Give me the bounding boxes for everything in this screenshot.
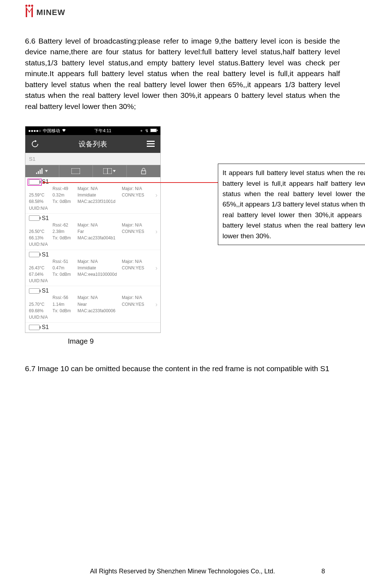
nav-bar: 设备列表: [25, 135, 160, 153]
refresh-icon[interactable]: [30, 139, 40, 149]
distance-value: 0.32m: [52, 192, 76, 198]
distance-value: 1.14m: [52, 302, 76, 307]
svg-point-0: [25, 5, 28, 7]
battery-pct: 69.68%: [29, 308, 51, 314]
image-caption: Image 9: [68, 337, 161, 345]
phone-screenshot: ●●●●○ 中国移动 下午4:11 ⚬ ↯: [25, 126, 161, 333]
distance-value: 0.47m: [52, 265, 76, 271]
distance-value: 2.38m: [52, 229, 76, 234]
search-bar[interactable]: S1: [25, 153, 160, 165]
footer-text: All Rights Reserved by Shenzhen Minew Te…: [0, 568, 365, 575]
tx-value: Tx: 0dBm: [52, 235, 76, 241]
major-label: Major: N/A: [78, 222, 120, 228]
svg-point-2: [31, 5, 33, 7]
filter-bar: [25, 165, 160, 177]
svg-rect-6: [147, 141, 155, 142]
bolt-icon: ↯: [145, 128, 149, 133]
svg-rect-7: [147, 143, 155, 144]
battery-icon: [29, 288, 40, 294]
brand-logo: MINEW: [25, 4, 340, 18]
temp-value: 25.59°C: [29, 192, 51, 198]
svg-rect-9: [36, 173, 37, 174]
carrier-text: 中国移动: [43, 128, 60, 134]
battery-icon: [29, 179, 40, 185]
major-label: Major: N/A: [78, 259, 120, 264]
mac-value: MAC:ac233fa00006: [78, 308, 157, 314]
search-text: S1: [29, 156, 35, 162]
device-row[interactable]: S1Rssi:-51Major: N/AMajor: N/A26.43°C0.4…: [25, 250, 160, 286]
svg-point-1: [28, 5, 30, 7]
uuid-value: UUID:N/A: [29, 241, 157, 247]
bluetooth-icon: ⚬: [140, 128, 143, 133]
major-label: Major: N/A: [78, 186, 120, 191]
device-name: S1: [42, 324, 49, 330]
major-label-2: Major: N/A: [122, 222, 157, 228]
wifi-icon: [62, 128, 66, 133]
battery-status-icon: [150, 128, 158, 133]
paragraph-6-6: 6.6 Battery level of broadcasting:please…: [25, 36, 340, 112]
battery-icon: [29, 215, 40, 221]
temp-value: 26.43°C: [29, 265, 51, 271]
temp-value: 26.50°C: [29, 229, 51, 234]
device-row[interactable]: S1: [25, 323, 160, 333]
major-label-2: Major: N/A: [122, 259, 157, 264]
rssi-value: Rssi:-49: [52, 186, 76, 191]
svg-rect-16: [141, 171, 146, 174]
uuid-value: UUID:N/A: [29, 278, 157, 284]
svg-rect-8: [147, 146, 155, 147]
svg-rect-11: [40, 170, 41, 174]
conn-value: CONN:YES: [122, 229, 157, 234]
device-name: S1: [42, 215, 49, 221]
conn-value: CONN:YES: [122, 302, 157, 307]
chevron-right-icon: ›: [155, 264, 158, 271]
device-name: S1: [42, 179, 49, 185]
tx-value: Tx: 0dBm: [52, 308, 76, 314]
svg-rect-4: [151, 129, 156, 132]
svg-rect-5: [157, 130, 158, 131]
proximity-value: Immidiate: [78, 265, 120, 271]
device-row[interactable]: S1Rssi:-62Major: N/AMajor: N/A26.50°C2.3…: [25, 214, 160, 250]
callout-box: It appears full battery level status whe…: [218, 164, 365, 245]
tx-value: Tx: 0dBm: [52, 271, 76, 277]
device-name: S1: [42, 288, 49, 294]
device-row[interactable]: S1Rssi:-56Major: N/AMajor: N/A25.70°C1.1…: [25, 286, 160, 323]
battery-icon: [29, 325, 40, 330]
chevron-right-icon: ›: [155, 300, 158, 308]
proximity-value: Near: [78, 302, 120, 307]
filter-signal-icon[interactable]: [25, 165, 59, 177]
mac-value: MAC:eea10100000d: [78, 271, 157, 277]
uuid-value: UUID:N/A: [29, 205, 157, 211]
rssi-value: Rssi:-51: [52, 259, 76, 264]
tx-value: Tx: 0dBm: [52, 199, 76, 204]
uuid-value: UUID:N/A: [29, 314, 157, 320]
battery-icon: [29, 252, 40, 257]
chevron-right-icon: ›: [155, 191, 158, 199]
svg-rect-10: [38, 171, 39, 174]
filter-list-icon[interactable]: [93, 165, 127, 177]
paragraph-6-7: 6.7 Image 10 can be omitted because the …: [25, 363, 340, 374]
major-label-2: Major: N/A: [122, 186, 157, 191]
battery-pct: 67.04%: [29, 271, 51, 277]
battery-pct: 68.58%: [29, 199, 51, 204]
mac-value: MAC:ac233fa004b1: [78, 235, 157, 241]
mac-value: MAC:ac233f31001d: [78, 199, 157, 204]
menu-icon[interactable]: [146, 139, 155, 149]
device-row[interactable]: S1Rssi:-49Major: N/AMajor: N/A25.59°C0.3…: [25, 177, 160, 214]
conn-value: CONN:YES: [122, 192, 157, 198]
status-bar: ●●●●○ 中国移动 下午4:11 ⚬ ↯: [25, 126, 160, 135]
major-label-2: Major: N/A: [122, 295, 157, 300]
logo-text: MINEW: [36, 8, 65, 17]
svg-rect-12: [41, 168, 42, 174]
device-name: S1: [42, 251, 49, 258]
battery-pct: 66.13%: [29, 235, 51, 241]
filter-card-icon[interactable]: [59, 165, 93, 177]
clock-text: 下午4:11: [94, 128, 111, 134]
signal-icon: ●●●●○: [28, 128, 41, 133]
svg-rect-13: [71, 168, 80, 174]
nav-title: 设备列表: [79, 139, 107, 149]
rssi-value: Rssi:-62: [52, 222, 76, 228]
proximity-value: Far: [78, 229, 120, 234]
filter-lock-icon[interactable]: [127, 165, 161, 177]
rssi-value: Rssi:-56: [52, 295, 76, 300]
temp-value: 25.70°C: [29, 302, 51, 307]
